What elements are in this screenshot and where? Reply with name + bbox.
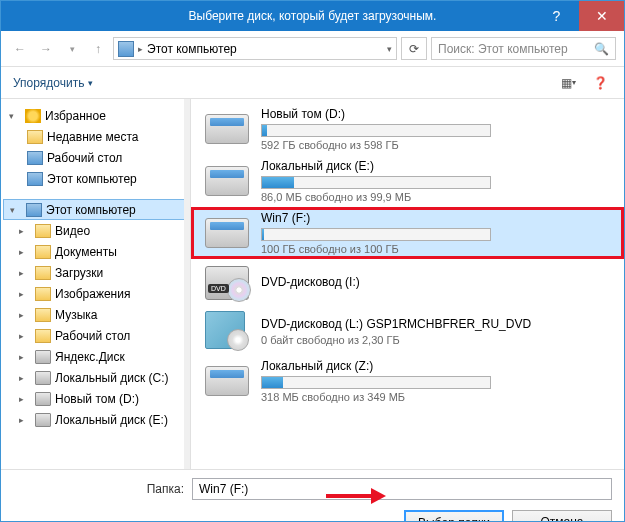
drive-item[interactable]: Win7 (F:)100 ГБ свободно из 100 ГБ: [191, 207, 624, 259]
breadcrumb[interactable]: Этот компьютер: [147, 42, 237, 56]
forward-button[interactable]: →: [35, 38, 57, 60]
drive-item[interactable]: DVD-дисковод (L:) GSP1RMCHBFRER_RU_DVD0 …: [191, 307, 624, 355]
folder-label: Папка:: [147, 482, 184, 496]
tree-recent[interactable]: Недавние места: [3, 126, 188, 147]
chevron-down-icon[interactable]: ▾: [387, 44, 392, 54]
star-icon: [25, 109, 41, 123]
usage-bar: [261, 376, 491, 389]
search-placeholder: Поиск: Этот компьютер: [438, 42, 568, 56]
chevron-right-icon: ▸: [138, 44, 143, 54]
expand-icon[interactable]: ▸: [19, 331, 31, 341]
window-title: Выберите диск, который будет загрузочным…: [189, 9, 437, 23]
tree-desktop2[interactable]: ▸Рабочий стол: [3, 325, 188, 346]
close-button[interactable]: ✕: [579, 1, 624, 31]
back-button[interactable]: ←: [9, 38, 31, 60]
drive-icon: [35, 413, 51, 427]
drive-item[interactable]: DVDDVD-дисковод (I:): [191, 259, 624, 307]
desktop-icon: [27, 151, 43, 165]
organize-button[interactable]: Упорядочить ▾: [13, 76, 93, 90]
tree-yandex[interactable]: ▸Яндекс.Диск: [3, 346, 188, 367]
drive-icon: [205, 366, 249, 396]
titlebar: Выберите диск, который будет загрузочным…: [1, 1, 624, 31]
computer-icon: [26, 203, 42, 217]
disk-icon: [35, 350, 51, 364]
drive-free-space: 0 байт свободно из 2,30 ГБ: [261, 334, 610, 346]
tree-pictures[interactable]: ▸Изображения: [3, 283, 188, 304]
collapse-icon[interactable]: ▾: [10, 205, 22, 215]
computer-icon: [27, 172, 43, 186]
expand-icon[interactable]: ▸: [19, 226, 31, 236]
drive-name: Локальный диск (Z:): [261, 359, 610, 373]
help-icon[interactable]: ❓: [588, 73, 612, 93]
drive-list: Новый том (D:)592 ГБ свободно из 598 ГБЛ…: [191, 99, 624, 469]
drive-icon: [35, 392, 51, 406]
computer-icon: [118, 41, 134, 57]
navigation-tree: ▾Избранное Недавние места Рабочий стол Э…: [1, 99, 191, 469]
tree-favorites[interactable]: ▾Избранное: [3, 105, 188, 126]
refresh-button[interactable]: ⟳: [401, 37, 427, 60]
drive-icon: [35, 371, 51, 385]
address-bar[interactable]: ▸ Этот компьютер ▾: [113, 37, 397, 60]
drive-icon: [205, 166, 249, 196]
folder-icon: [35, 329, 51, 343]
expand-icon[interactable]: ▸: [19, 289, 31, 299]
dvd-drive-icon: DVD: [205, 266, 249, 300]
search-input[interactable]: Поиск: Этот компьютер 🔍: [431, 37, 616, 60]
folder-icon: [35, 224, 51, 238]
folder-icon: [35, 266, 51, 280]
drive-free-space: 86,0 МБ свободно из 99,9 МБ: [261, 191, 610, 203]
cancel-button[interactable]: Отмена: [512, 510, 612, 522]
drive-item[interactable]: Локальный диск (Z:)318 МБ свободно из 34…: [191, 355, 624, 407]
drive-name: Локальный диск (E:): [261, 159, 610, 173]
drive-name: Новый том (D:): [261, 107, 610, 121]
tree-documents[interactable]: ▸Документы: [3, 241, 188, 262]
tree-newvol-d[interactable]: ▸Новый том (D:): [3, 388, 188, 409]
expand-icon[interactable]: ▸: [19, 352, 31, 362]
tree-thispc-fav[interactable]: Этот компьютер: [3, 168, 188, 189]
drive-free-space: 100 ГБ свободно из 100 ГБ: [261, 243, 610, 255]
folder-icon: [27, 130, 43, 144]
expand-icon[interactable]: ▸: [19, 310, 31, 320]
toolbar: Упорядочить ▾ ▦▾ ❓: [1, 67, 624, 99]
navbar: ← → ▾ ↑ ▸ Этот компьютер ▾ ⟳ Поиск: Этот…: [1, 31, 624, 67]
tree-music[interactable]: ▸Музыка: [3, 304, 188, 325]
search-icon: 🔍: [594, 42, 609, 56]
drive-name: DVD-дисковод (L:) GSP1RMCHBFRER_RU_DVD: [261, 317, 610, 331]
usage-bar: [261, 176, 491, 189]
expand-icon[interactable]: ▸: [19, 247, 31, 257]
usage-bar: [261, 228, 491, 241]
collapse-icon[interactable]: ▾: [9, 111, 21, 121]
select-folder-button[interactable]: Выбор папки: [404, 510, 504, 522]
expand-icon[interactable]: ▸: [19, 394, 31, 404]
tree-videos[interactable]: ▸Видео: [3, 220, 188, 241]
tree-downloads[interactable]: ▸Загрузки: [3, 262, 188, 283]
help-button[interactable]: ?: [534, 1, 579, 31]
expand-icon[interactable]: ▸: [19, 268, 31, 278]
folder-icon: [35, 287, 51, 301]
usage-bar: [261, 124, 491, 137]
up-button[interactable]: ↑: [87, 38, 109, 60]
drive-item[interactable]: Новый том (D:)592 ГБ свободно из 598 ГБ: [191, 103, 624, 155]
tree-local-c[interactable]: ▸Локальный диск (C:): [3, 367, 188, 388]
drive-icon: [205, 114, 249, 144]
dialog-footer: Папка: Выбор папки Отмена: [1, 469, 624, 522]
drive-item[interactable]: Локальный диск (E:)86,0 МБ свободно из 9…: [191, 155, 624, 207]
drive-icon: [205, 218, 249, 248]
tree-desktop[interactable]: Рабочий стол: [3, 147, 188, 168]
expand-icon[interactable]: ▸: [19, 415, 31, 425]
dvd-disc-icon: [205, 311, 245, 349]
view-options-button[interactable]: ▦▾: [556, 73, 580, 93]
drive-name: Win7 (F:): [261, 211, 610, 225]
drive-name: DVD-дисковод (I:): [261, 275, 610, 289]
tree-thispc[interactable]: ▾Этот компьютер: [3, 199, 188, 220]
folder-icon: [35, 308, 51, 322]
expand-icon[interactable]: ▸: [19, 373, 31, 383]
drive-free-space: 318 МБ свободно из 349 МБ: [261, 391, 610, 403]
folder-input[interactable]: [192, 478, 612, 500]
folder-icon: [35, 245, 51, 259]
drive-free-space: 592 ГБ свободно из 598 ГБ: [261, 139, 610, 151]
chevron-down-icon: ▾: [88, 78, 93, 88]
recent-locations[interactable]: ▾: [61, 38, 83, 60]
tree-local-e[interactable]: ▸Локальный диск (E:): [3, 409, 188, 430]
